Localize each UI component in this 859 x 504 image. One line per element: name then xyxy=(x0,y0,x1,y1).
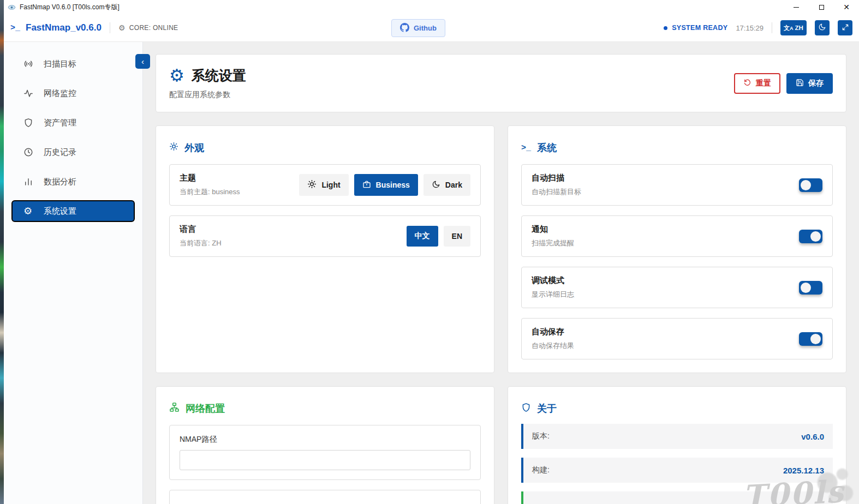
gear-icon: ⚙ xyxy=(23,206,34,217)
sun-icon xyxy=(169,142,178,154)
sidebar-item-label: 系统设置 xyxy=(44,206,76,217)
network-card: 网络配置 NMAP路径 xyxy=(156,386,494,504)
theme-current: 当前主题: business xyxy=(180,187,240,197)
header-right-cluster: SYSTEM READY 17:15:29 文A ZH xyxy=(664,20,852,35)
app-eye-icon xyxy=(8,3,16,11)
sidebar: 扫描目标网络监控资产管理历史记录数据分析⚙系统设置 ‹ xyxy=(4,42,143,504)
theme-setting-row: 主题 当前主题: business LightBusinessDark xyxy=(169,164,481,206)
maximize-button[interactable] xyxy=(809,0,834,14)
about-card-title: 关于 xyxy=(521,402,833,415)
app-header: >_ FastNmap_v0.6.0 ⚙ CORE: ONLINE Github… xyxy=(4,14,859,42)
toggle-knob xyxy=(801,180,811,190)
appearance-card: 外观 主题 当前主题: business LightBusinessDark 语… xyxy=(156,125,494,373)
sidebar-item-5[interactable]: ⚙系统设置 xyxy=(11,200,135,222)
clock-text: 17:15:29 xyxy=(736,24,763,32)
language-current: 当前语言: ZH xyxy=(180,238,222,248)
shield-icon xyxy=(23,117,34,128)
titlebar: FastNmap V0.6.0 [T00ls.com专版] ✕ xyxy=(4,0,859,14)
about-row-value: v0.6.0 xyxy=(801,432,824,441)
maximize-icon xyxy=(819,5,824,10)
terminal-icon: >_ xyxy=(521,143,531,153)
toggle-switch-3[interactable] xyxy=(799,332,822,346)
desktop-background-sliver xyxy=(0,0,4,504)
github-button[interactable]: Github xyxy=(391,19,445,37)
sidebar-item-2[interactable]: 资产管理 xyxy=(11,112,135,134)
close-icon: ✕ xyxy=(843,3,850,11)
shield-icon xyxy=(521,403,531,415)
gear-icon: ⚙ xyxy=(118,23,126,32)
toggle-label: 通知 xyxy=(532,224,574,235)
sidebar-item-label: 网络监控 xyxy=(44,88,76,99)
close-button[interactable]: ✕ xyxy=(834,0,859,14)
toggle-switch-0[interactable] xyxy=(799,178,822,192)
language-label: 语言 xyxy=(180,224,222,235)
sidebar-item-0[interactable]: 扫描目标 xyxy=(11,53,135,75)
toggle-desc: 显示详细日志 xyxy=(532,290,574,299)
reset-button[interactable]: 重置 xyxy=(734,73,780,94)
network-field-row-partial xyxy=(169,490,481,504)
system-card-title: >_ 系统 xyxy=(521,141,833,154)
about-row-0: 版本:v0.6.0 xyxy=(521,424,833,449)
floppy-icon xyxy=(796,79,804,88)
chevron-left-icon: ‹ xyxy=(141,57,144,66)
settings-grid: 外观 主题 当前主题: business LightBusinessDark 语… xyxy=(156,125,846,504)
undo-arrow-icon xyxy=(743,79,751,88)
toggle-row-2: 调试模式显示详细日志 xyxy=(521,267,833,308)
language-switch-button[interactable]: 文A ZH xyxy=(780,20,807,35)
sun-icon xyxy=(307,179,317,190)
page-header-card: ⚙ 系统设置 配置应用系统参数 重置 保存 xyxy=(156,54,846,112)
toggle-desc: 扫描完成提醒 xyxy=(532,238,574,248)
language-option-1[interactable]: EN xyxy=(444,226,470,247)
appearance-card-title: 外观 xyxy=(169,141,481,154)
toggle-row-1: 通知扫描完成提醒 xyxy=(521,215,833,257)
about-row-label: 构建: xyxy=(532,465,550,475)
about-row-partial xyxy=(521,491,833,504)
header-vertical-divider xyxy=(772,22,772,33)
sidebar-item-3[interactable]: 历史记录 xyxy=(11,141,135,163)
sidebar-item-4[interactable]: 数据分析 xyxy=(11,171,135,193)
about-row-label: 版本: xyxy=(532,431,550,441)
sidebar-item-label: 历史记录 xyxy=(44,147,76,158)
moon-icon xyxy=(432,180,440,190)
language-setting-row: 语言 当前语言: ZH 中文EN xyxy=(169,215,481,257)
sidebar-item-1[interactable]: 网络监控 xyxy=(11,82,135,104)
about-row-value: 2025.12.13 xyxy=(783,466,824,475)
toggle-label: 自动扫描 xyxy=(532,173,581,183)
sidebar-item-label: 数据分析 xyxy=(44,177,76,187)
minimize-icon xyxy=(794,7,799,8)
nmap-path-input[interactable] xyxy=(180,450,470,470)
briefcase-icon xyxy=(362,180,371,190)
sidebar-item-label: 扫描目标 xyxy=(44,59,76,69)
theme-option-1[interactable]: Business xyxy=(354,174,418,196)
theme-option-0[interactable]: Light xyxy=(299,174,348,196)
toggle-desc: 自动扫描新目标 xyxy=(532,187,581,197)
toggle-switch-1[interactable] xyxy=(799,230,822,243)
fullscreen-button[interactable] xyxy=(838,20,852,35)
save-button[interactable]: 保存 xyxy=(786,73,833,94)
screen: FastNmap V0.6.0 [T00ls.com专版] ✕ >_ FastN… xyxy=(0,0,859,504)
app-logo-text: FastNmap_v0.6.0 xyxy=(26,22,102,33)
theme-option-2[interactable]: Dark xyxy=(423,174,470,196)
page-actions: 重置 保存 xyxy=(734,65,833,102)
clock-icon xyxy=(23,147,34,158)
theme-toggle-button[interactable] xyxy=(815,20,830,35)
header-divider xyxy=(110,22,110,33)
system-status: SYSTEM READY xyxy=(664,24,727,32)
expand-arrows-icon xyxy=(842,23,849,33)
field-label: NMAP路径 xyxy=(180,435,470,445)
github-icon xyxy=(400,23,409,34)
gear-icon: ⚙ xyxy=(169,65,184,85)
sidebar-collapse-button[interactable]: ‹ xyxy=(135,54,150,69)
minimize-button[interactable] xyxy=(784,0,809,14)
toggle-switch-2[interactable] xyxy=(799,281,822,295)
toggle-label: 调试模式 xyxy=(532,275,574,286)
language-option-0[interactable]: 中文 xyxy=(407,226,438,247)
system-card: >_ 系统 自动扫描自动扫描新目标通知扫描完成提醒调试模式显示详细日志自动保存自… xyxy=(508,125,846,373)
core-status: ⚙ CORE: ONLINE xyxy=(118,23,178,32)
network-field-row-0: NMAP路径 xyxy=(169,425,481,480)
toggle-knob xyxy=(801,283,811,293)
window-controls: ✕ xyxy=(784,0,859,14)
theme-label: 主题 xyxy=(180,173,240,183)
status-dot-icon xyxy=(664,26,667,30)
toggle-knob xyxy=(810,231,821,242)
